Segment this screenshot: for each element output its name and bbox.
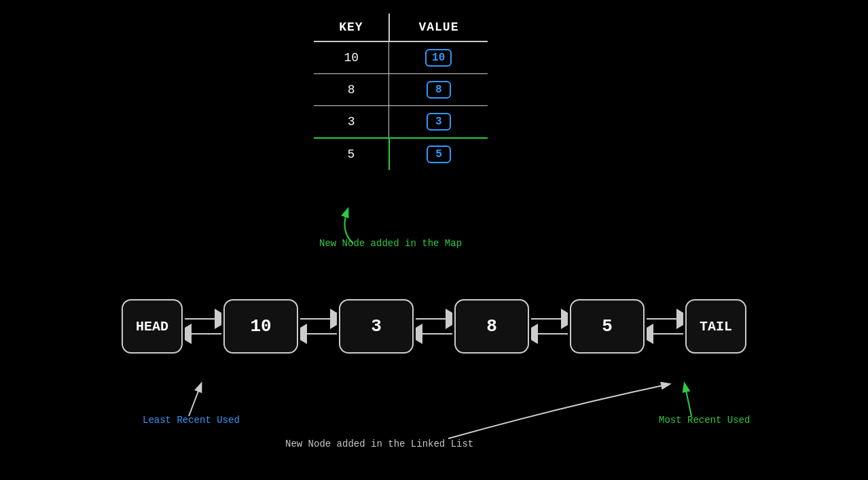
ll-arrow-8-5 — [529, 299, 570, 354]
hashmap-table: KEY VALUE 10 10 8 8 3 3 5 5 — [312, 12, 489, 171]
hashmap-key-3: 3 — [313, 106, 389, 139]
hashmap-value-header: VALUE — [389, 13, 488, 41]
hashmap-value-10: 10 — [389, 41, 488, 74]
hashmap-container: KEY VALUE 10 10 8 8 3 3 5 5 — [312, 12, 489, 171]
arrow-head-left-4 — [531, 328, 538, 340]
ll-node-8-label: 8 — [486, 316, 497, 337]
mru-label: Most Recent Used — [659, 415, 750, 426]
arrow-line-6 — [422, 333, 452, 335]
arrow-line-3 — [300, 318, 330, 320]
arrow-head-right — [215, 313, 221, 325]
hashmap-row-10: 10 10 — [313, 41, 488, 74]
arrow-head-right-3 — [446, 313, 452, 325]
ll-arrow-3-8 — [414, 299, 454, 354]
new-node-map-label: New Node added in the Map — [319, 238, 462, 249]
ll-node-head: HEAD — [122, 299, 183, 354]
hashmap-value-5: 5 — [389, 138, 488, 171]
hashmap-value-8: 8 — [389, 74, 488, 106]
ll-node-8: 8 — [454, 299, 529, 354]
arrow-line-5 — [416, 318, 446, 320]
arrow-line-8 — [538, 333, 568, 335]
arrow-head-left-5 — [647, 328, 653, 340]
ll-arrow-head-10 — [183, 299, 223, 354]
arrow-backward-4 — [531, 328, 568, 340]
arrow-head-right-5 — [676, 313, 683, 325]
hashmap-key-10: 10 — [313, 41, 389, 74]
ll-node-3-label: 3 — [371, 316, 382, 337]
lru-label: Least Recent Used — [143, 415, 240, 426]
ll-node-5-label: 5 — [602, 316, 613, 337]
ll-node-10-label: 10 — [250, 316, 271, 337]
arrow-backward-5 — [647, 328, 683, 340]
value-badge-8: 8 — [427, 81, 451, 99]
ll-node-5: 5 — [570, 299, 645, 354]
hashmap-key-5: 5 — [313, 138, 389, 171]
arrow-line-7 — [531, 318, 561, 320]
ll-node-10: 10 — [223, 299, 298, 354]
ll-arrow-10-3 — [298, 299, 339, 354]
arrow-head-right-4 — [561, 313, 568, 325]
arrow-backward-3 — [416, 328, 452, 340]
arrow-line-10 — [653, 333, 683, 335]
ll-arrow-5-tail — [645, 299, 685, 354]
ll-node-tail-label: TAIL — [700, 319, 732, 335]
hashmap-row-8: 8 8 — [313, 74, 488, 106]
arrow-head-right-2 — [330, 313, 337, 325]
ll-node-head-label: HEAD — [136, 319, 168, 335]
hashmap-value-3: 3 — [389, 106, 488, 139]
hashmap-key-header: KEY — [313, 13, 389, 41]
arrow-backward-1 — [185, 328, 221, 340]
arrow-line — [185, 318, 215, 320]
ll-node-tail: TAIL — [685, 299, 746, 354]
arrow-line-2 — [192, 333, 221, 335]
arrow-backward-2 — [300, 328, 337, 340]
arrow-head-left-3 — [416, 328, 422, 340]
value-badge-10: 10 — [425, 49, 452, 67]
hashmap-row-3: 3 3 — [313, 106, 488, 139]
hashmap-row-5: 5 5 — [313, 138, 488, 171]
linkedlist-container: HEAD 10 3 — [0, 299, 868, 354]
value-badge-3: 3 — [427, 113, 451, 131]
hashmap-key-8: 8 — [313, 74, 389, 106]
arrow-line-4 — [307, 333, 337, 335]
arrow-head-left-2 — [300, 328, 307, 340]
ll-node-3: 3 — [339, 299, 414, 354]
value-badge-5: 5 — [427, 145, 451, 163]
new-node-ll-label: New Node added in the Linked List — [285, 439, 473, 449]
arrow-head-left — [185, 328, 192, 340]
arrow-line-9 — [647, 318, 676, 320]
